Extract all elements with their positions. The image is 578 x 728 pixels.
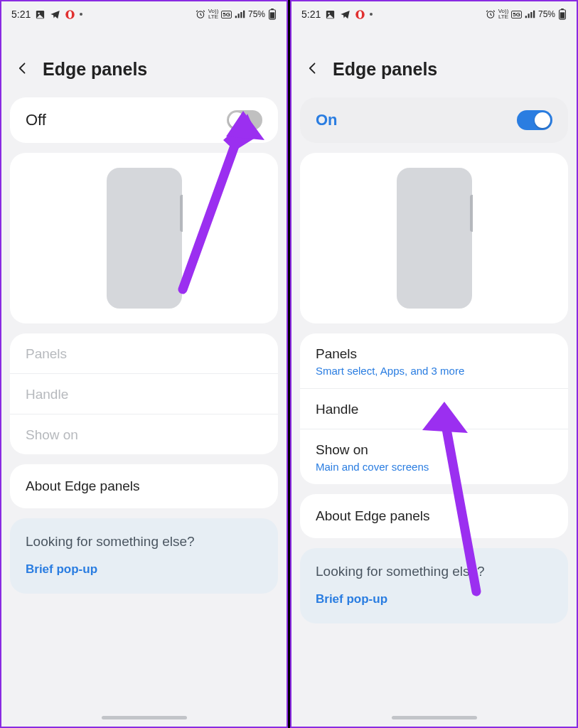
tips-card: Looking for something else? Brief pop-up [10, 518, 278, 594]
preview-card [10, 153, 278, 323]
gallery-icon [35, 9, 46, 20]
battery-percent: 75% [248, 9, 265, 19]
about-row: About Edge panels [300, 494, 568, 538]
alarm-icon [486, 9, 496, 19]
settings-row-handle: Handle [10, 374, 278, 414]
tips-title: Looking for something else? [26, 534, 262, 550]
screenshot-left: 5:21 Vo))LTE 5G 75% [0, 0, 288, 728]
page-header: Edge panels [1, 27, 287, 87]
settings-row-handle[interactable]: Handle [300, 389, 568, 429]
page-header: Edge panels [291, 27, 577, 87]
signal-icon [235, 9, 245, 19]
more-notifications-dot [80, 13, 82, 16]
svg-point-3 [68, 11, 72, 18]
preview-card [300, 153, 568, 323]
phone-preview-icon [397, 168, 472, 309]
svg-rect-15 [561, 9, 564, 10]
master-toggle[interactable] [517, 110, 552, 130]
master-toggle-card: On [300, 97, 568, 143]
network-5g-icon: 5G [511, 11, 522, 18]
opera-icon [65, 9, 75, 20]
gallery-icon [325, 9, 336, 20]
alarm-icon [196, 9, 205, 19]
about-card[interactable]: About Edge panels [10, 464, 278, 508]
settings-row-showon: Show on [10, 414, 278, 454]
volte-icon: Vo))LTE [208, 9, 219, 20]
tips-title: Looking for something else? [316, 564, 552, 579]
battery-icon [268, 9, 277, 20]
status-time: 5:21 [301, 9, 321, 20]
master-toggle-card: Off [10, 97, 278, 143]
tips-card: Looking for something else? Brief pop-up [300, 548, 568, 623]
phone-preview-icon [107, 168, 182, 309]
settings-list: Panels Smart select, Apps, and 3 more Ha… [300, 333, 568, 484]
signal-icon [525, 9, 535, 19]
battery-icon [558, 9, 567, 20]
settings-row-showon[interactable]: Show on Main and cover screens [300, 429, 568, 484]
volte-icon: Vo))LTE [498, 9, 509, 20]
status-time: 5:21 [11, 9, 31, 20]
status-bar: 5:21 Vo))LTE 5G 75% [291, 1, 577, 27]
settings-row-panels: Panels [10, 333, 278, 374]
master-toggle-label: Off [26, 111, 46, 129]
master-toggle[interactable] [227, 110, 262, 130]
svg-rect-16 [560, 12, 564, 18]
settings-list: Panels Handle Show on [10, 333, 278, 454]
tips-link-brief-popup[interactable]: Brief pop-up [316, 592, 552, 606]
battery-percent: 75% [538, 9, 555, 19]
svg-point-1 [38, 12, 41, 14]
status-bar: 5:21 Vo))LTE 5G 75% [1, 1, 287, 27]
opera-icon [355, 9, 365, 20]
svg-point-10 [328, 12, 331, 14]
page-title: Edge panels [43, 59, 147, 80]
about-row: About Edge panels [10, 464, 278, 508]
svg-rect-6 [271, 9, 274, 10]
network-5g-icon: 5G [221, 11, 232, 18]
showon-subtitle: Main and cover screens [316, 461, 552, 473]
gesture-nav-bar[interactable] [392, 716, 477, 719]
svg-point-12 [358, 11, 362, 18]
screenshot-right: 5:21 Vo))LTE 5G 75% [290, 0, 578, 728]
tips-link-brief-popup[interactable]: Brief pop-up [26, 562, 262, 577]
settings-row-panels[interactable]: Panels Smart select, Apps, and 3 more [300, 333, 568, 389]
gesture-nav-bar[interactable] [102, 716, 187, 719]
back-button[interactable] [306, 58, 320, 80]
more-notifications-dot [370, 13, 373, 16]
about-card[interactable]: About Edge panels [300, 494, 568, 538]
back-button[interactable] [16, 58, 30, 80]
svg-rect-7 [270, 12, 274, 18]
telegram-icon [50, 9, 60, 20]
panels-subtitle: Smart select, Apps, and 3 more [316, 365, 552, 377]
page-title: Edge panels [333, 59, 437, 80]
master-toggle-label: On [316, 111, 338, 129]
telegram-icon [340, 9, 350, 20]
